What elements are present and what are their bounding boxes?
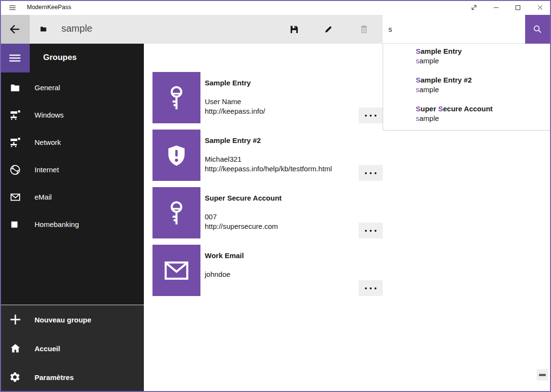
resize-button[interactable] xyxy=(463,0,485,15)
groups-heading: Groupes xyxy=(43,53,77,62)
sidebar-action-label: Nouveau groupe xyxy=(35,316,91,324)
sidebar-action-nouveau-groupe[interactable]: Nouveau groupe xyxy=(0,305,144,334)
entry-details: Michael321http://keepass.info/help/kb/te… xyxy=(205,154,332,174)
sidebar-item-label: General xyxy=(35,83,60,92)
more-icon xyxy=(365,230,367,232)
dash-icon xyxy=(539,374,546,376)
key-icon xyxy=(164,200,189,226)
sidebar-item-internet[interactable]: Internet xyxy=(0,156,144,183)
sidebar-item-windows[interactable]: Windows xyxy=(0,101,144,129)
entry-details: johndoe xyxy=(205,270,230,279)
network-icon xyxy=(9,109,22,121)
titlebar: ModernKeePass xyxy=(0,0,551,15)
entry-more-button[interactable] xyxy=(359,107,383,123)
sidebar-item-label: eMail xyxy=(35,193,52,201)
globe-icon xyxy=(9,164,22,176)
email-icon xyxy=(164,260,189,282)
entry-more-button[interactable] xyxy=(359,223,383,238)
entry-username: User Name xyxy=(205,97,265,107)
sidebar-action-param-tres[interactable]: Paramètres xyxy=(0,363,144,392)
entry-username: Michael321 xyxy=(205,154,332,164)
sidebar-item-label: Internet xyxy=(35,166,59,174)
sidebar-action-label: Accueil xyxy=(35,344,60,353)
sidebar-item-label: Network xyxy=(35,138,61,146)
search-box xyxy=(383,15,525,44)
titlebar-hamburger-icon[interactable] xyxy=(7,3,18,12)
sidebar-action-label: Paramètres xyxy=(35,373,74,381)
entry-url: http://supersecure.com xyxy=(205,222,278,231)
save-button[interactable] xyxy=(282,15,305,44)
plus-icon xyxy=(9,314,22,325)
entry-tile[interactable] xyxy=(152,187,200,238)
entry-more-button[interactable] xyxy=(359,280,383,296)
minimize-button[interactable] xyxy=(485,0,507,15)
entry-title: Sample Entry xyxy=(205,78,251,88)
entry-title: Sample Entry #2 xyxy=(205,135,261,146)
sidebar-item-homebanking[interactable]: Homebanking xyxy=(0,211,144,238)
sidebar-item-label: Windows xyxy=(35,111,64,119)
entry-details: User Namehttp://keepass.info/ xyxy=(205,97,265,116)
entry-title: Work Email xyxy=(205,250,244,261)
sidebar-item-email[interactable]: eMail xyxy=(0,183,144,211)
suggestion-item[interactable]: Sample Entrysample xyxy=(416,47,550,66)
suggestion-title: Sample Entry #2 xyxy=(416,75,550,85)
entry-username: 007 xyxy=(205,212,278,222)
suggestion-subtitle: sample xyxy=(416,114,550,123)
gear-icon xyxy=(9,371,22,383)
entry-url: http://keepass.info/help/kb/testform.htm… xyxy=(205,164,332,174)
suggestion-title: Super Secure Account xyxy=(416,104,550,114)
home-icon xyxy=(9,343,22,354)
entry-tile[interactable] xyxy=(152,130,200,181)
database-folder-icon xyxy=(39,25,47,33)
shield-alert-icon xyxy=(164,142,189,169)
entry-tile[interactable] xyxy=(152,72,200,123)
entry-tile[interactable] xyxy=(152,245,200,296)
entry-title: Super Secure Account xyxy=(205,193,281,203)
delete-button[interactable] xyxy=(352,15,375,44)
network-icon xyxy=(9,137,22,148)
entry-details: 007http://supersecure.com xyxy=(205,212,278,231)
maximize-button[interactable] xyxy=(507,0,529,15)
suggestion-item[interactable]: Sample Entry #2sample xyxy=(416,75,550,95)
sidebar-item-network[interactable]: Network xyxy=(0,129,144,156)
search-suggestions: Sample EntrysampleSample Entry #2sampleS… xyxy=(383,44,550,131)
search-button[interactable] xyxy=(525,15,550,44)
appbar: sample xyxy=(0,15,383,44)
square-icon xyxy=(9,219,22,230)
more-icon xyxy=(365,115,367,117)
suggestion-subtitle: sample xyxy=(416,85,550,95)
email-icon xyxy=(9,191,22,203)
back-button[interactable] xyxy=(0,15,30,44)
sidebar: Groupes GeneralWindowsNetworkInterneteMa… xyxy=(0,44,144,392)
search-input[interactable] xyxy=(383,15,525,43)
more-icon xyxy=(365,287,367,289)
key-icon xyxy=(164,84,189,111)
database-name: sample xyxy=(61,23,92,34)
window-controls xyxy=(463,0,551,15)
sidebar-item-label: Homebanking xyxy=(35,220,79,228)
more-icon xyxy=(365,172,367,174)
app-window: ModernKeePass sample Sample EntrysampleS… xyxy=(0,0,551,392)
sidebar-item-general[interactable]: General xyxy=(0,74,144,101)
nav-hamburger-button[interactable] xyxy=(0,44,30,72)
group-list: GeneralWindowsNetworkInterneteMailHomeba… xyxy=(0,74,144,238)
entry-more-button[interactable] xyxy=(359,165,383,181)
folder-icon xyxy=(9,82,22,94)
sidebar-actions: Nouveau groupeAccueilParamètres xyxy=(0,305,144,392)
close-button[interactable] xyxy=(529,0,551,15)
zoom-out-button[interactable] xyxy=(537,369,548,380)
sidebar-action-accueil[interactable]: Accueil xyxy=(0,334,144,363)
suggestion-item[interactable]: Super Secure Accountsample xyxy=(416,104,550,123)
edit-button[interactable] xyxy=(317,15,340,44)
entry-username: johndoe xyxy=(205,270,230,279)
entry-url: http://keepass.info/ xyxy=(205,107,265,116)
suggestion-subtitle: sample xyxy=(416,56,550,66)
suggestion-title: Sample Entry xyxy=(416,47,550,56)
app-title: ModernKeePass xyxy=(27,4,71,11)
